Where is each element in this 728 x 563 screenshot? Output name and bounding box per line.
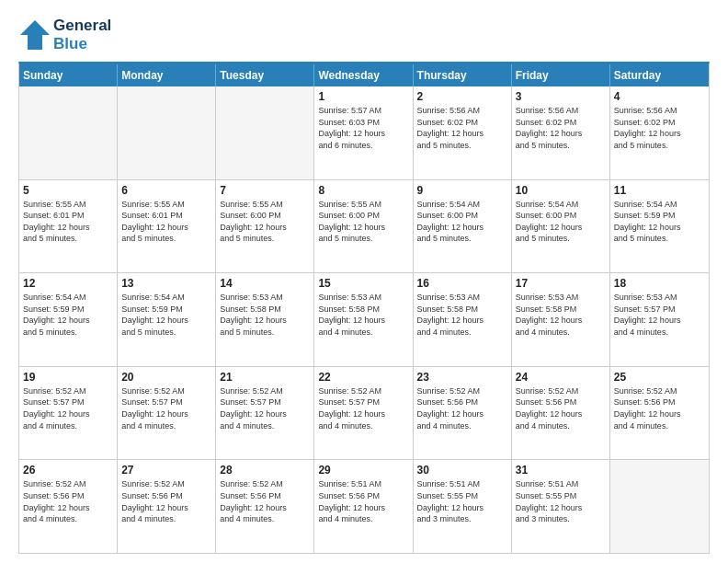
day-info: Sunrise: 5:54 AM Sunset: 5:59 PM Dayligh… [23, 292, 113, 338]
calendar-day-24: 24Sunrise: 5:52 AM Sunset: 5:56 PM Dayli… [512, 367, 610, 460]
calendar-day-4: 4Sunrise: 5:56 AM Sunset: 6:02 PM Daylig… [610, 86, 709, 179]
day-info: Sunrise: 5:53 AM Sunset: 5:58 PM Dayligh… [220, 292, 310, 338]
day-number: 14 [220, 277, 310, 290]
day-info: Sunrise: 5:55 AM Sunset: 6:01 PM Dayligh… [121, 199, 211, 245]
day-info: Sunrise: 5:53 AM Sunset: 5:58 PM Dayligh… [318, 292, 408, 338]
calendar-week-5: 26Sunrise: 5:52 AM Sunset: 5:56 PM Dayli… [19, 460, 709, 553]
day-number: 29 [318, 464, 408, 477]
day-info: Sunrise: 5:55 AM Sunset: 6:00 PM Dayligh… [318, 199, 408, 245]
calendar-day-8: 8Sunrise: 5:55 AM Sunset: 6:00 PM Daylig… [314, 180, 413, 273]
calendar-day-26: 26Sunrise: 5:52 AM Sunset: 5:56 PM Dayli… [19, 460, 118, 553]
calendar-week-4: 19Sunrise: 5:52 AM Sunset: 5:57 PM Dayli… [19, 367, 709, 461]
calendar-empty-cell [118, 86, 216, 179]
day-number: 26 [23, 464, 113, 477]
calendar-day-19: 19Sunrise: 5:52 AM Sunset: 5:57 PM Dayli… [19, 367, 118, 460]
calendar-day-17: 17Sunrise: 5:53 AM Sunset: 5:58 PM Dayli… [512, 273, 610, 366]
calendar-empty-cell [19, 86, 118, 179]
calendar-week-2: 5Sunrise: 5:55 AM Sunset: 6:01 PM Daylig… [19, 180, 709, 274]
weekday-header-tuesday: Tuesday [216, 64, 314, 86]
calendar-wrapper: SundayMondayTuesdayWednesdayThursdayFrid… [18, 62, 710, 554]
day-number: 25 [614, 371, 705, 384]
calendar-day-21: 21Sunrise: 5:52 AM Sunset: 5:57 PM Dayli… [216, 367, 314, 460]
day-info: Sunrise: 5:56 AM Sunset: 6:02 PM Dayligh… [516, 105, 606, 151]
calendar-day-12: 12Sunrise: 5:54 AM Sunset: 5:59 PM Dayli… [19, 273, 118, 366]
day-info: Sunrise: 5:52 AM Sunset: 5:57 PM Dayligh… [121, 385, 211, 431]
day-number: 7 [220, 184, 310, 197]
calendar-day-30: 30Sunrise: 5:51 AM Sunset: 5:55 PM Dayli… [414, 460, 512, 553]
day-info: Sunrise: 5:51 AM Sunset: 5:56 PM Dayligh… [318, 478, 408, 524]
day-number: 21 [220, 371, 310, 384]
calendar-empty-cell [216, 86, 314, 179]
day-info: Sunrise: 5:52 AM Sunset: 5:56 PM Dayligh… [516, 385, 606, 431]
calendar-empty-cell [610, 460, 709, 553]
calendar-day-25: 25Sunrise: 5:52 AM Sunset: 5:56 PM Dayli… [610, 367, 709, 460]
header: GeneralBlue [18, 17, 710, 52]
calendar-day-10: 10Sunrise: 5:54 AM Sunset: 6:00 PM Dayli… [512, 180, 610, 273]
day-number: 6 [121, 184, 211, 197]
calendar-day-13: 13Sunrise: 5:54 AM Sunset: 5:59 PM Dayli… [118, 273, 216, 366]
day-number: 9 [417, 184, 507, 197]
calendar-day-16: 16Sunrise: 5:53 AM Sunset: 5:58 PM Dayli… [414, 273, 512, 366]
day-number: 22 [318, 371, 408, 384]
day-info: Sunrise: 5:52 AM Sunset: 5:57 PM Dayligh… [23, 385, 113, 431]
day-number: 23 [417, 371, 507, 384]
day-info: Sunrise: 5:51 AM Sunset: 5:55 PM Dayligh… [417, 478, 507, 524]
calendar-day-9: 9Sunrise: 5:54 AM Sunset: 6:00 PM Daylig… [414, 180, 512, 273]
day-info: Sunrise: 5:52 AM Sunset: 5:56 PM Dayligh… [23, 478, 113, 524]
day-number: 28 [220, 464, 310, 477]
day-number: 18 [614, 277, 705, 290]
day-number: 20 [121, 371, 211, 384]
calendar-day-15: 15Sunrise: 5:53 AM Sunset: 5:58 PM Dayli… [314, 273, 413, 366]
calendar-day-27: 27Sunrise: 5:52 AM Sunset: 5:56 PM Dayli… [118, 460, 216, 553]
day-number: 4 [614, 90, 705, 103]
calendar-day-31: 31Sunrise: 5:51 AM Sunset: 5:55 PM Dayli… [512, 460, 610, 553]
calendar-day-20: 20Sunrise: 5:52 AM Sunset: 5:57 PM Dayli… [118, 367, 216, 460]
weekday-header-wednesday: Wednesday [314, 64, 413, 86]
day-info: Sunrise: 5:54 AM Sunset: 6:00 PM Dayligh… [516, 199, 606, 245]
calendar-day-29: 29Sunrise: 5:51 AM Sunset: 5:56 PM Dayli… [314, 460, 413, 553]
weekday-header-sunday: Sunday [19, 64, 118, 86]
day-number: 16 [417, 277, 507, 290]
day-number: 1 [318, 90, 408, 103]
day-info: Sunrise: 5:54 AM Sunset: 6:00 PM Dayligh… [417, 199, 507, 245]
calendar-day-2: 2Sunrise: 5:56 AM Sunset: 6:02 PM Daylig… [414, 86, 512, 179]
day-number: 30 [417, 464, 507, 477]
calendar-header: SundayMondayTuesdayWednesdayThursdayFrid… [19, 64, 709, 86]
calendar-day-11: 11Sunrise: 5:54 AM Sunset: 5:59 PM Dayli… [610, 180, 709, 273]
weekday-header-thursday: Thursday [414, 64, 512, 86]
day-info: Sunrise: 5:57 AM Sunset: 6:03 PM Dayligh… [318, 105, 408, 151]
calendar-day-6: 6Sunrise: 5:55 AM Sunset: 6:01 PM Daylig… [118, 180, 216, 273]
calendar-day-14: 14Sunrise: 5:53 AM Sunset: 5:58 PM Dayli… [216, 273, 314, 366]
page: GeneralBlue SundayMondayTuesdayWednesday… [0, 0, 728, 563]
calendar-day-28: 28Sunrise: 5:52 AM Sunset: 5:56 PM Dayli… [216, 460, 314, 553]
calendar-week-3: 12Sunrise: 5:54 AM Sunset: 5:59 PM Dayli… [19, 273, 709, 367]
day-number: 13 [121, 277, 211, 290]
day-info: Sunrise: 5:52 AM Sunset: 5:56 PM Dayligh… [614, 385, 705, 431]
day-info: Sunrise: 5:51 AM Sunset: 5:55 PM Dayligh… [516, 478, 606, 524]
weekday-header-monday: Monday [118, 64, 216, 86]
day-info: Sunrise: 5:54 AM Sunset: 5:59 PM Dayligh… [614, 199, 705, 245]
day-info: Sunrise: 5:55 AM Sunset: 6:01 PM Dayligh… [23, 199, 113, 245]
day-number: 15 [318, 277, 408, 290]
logo-icon [18, 18, 51, 52]
day-number: 24 [516, 371, 606, 384]
day-info: Sunrise: 5:52 AM Sunset: 5:56 PM Dayligh… [417, 385, 507, 431]
day-info: Sunrise: 5:56 AM Sunset: 6:02 PM Dayligh… [614, 105, 705, 151]
calendar-day-3: 3Sunrise: 5:56 AM Sunset: 6:02 PM Daylig… [512, 86, 610, 179]
calendar-day-5: 5Sunrise: 5:55 AM Sunset: 6:01 PM Daylig… [19, 180, 118, 273]
day-info: Sunrise: 5:53 AM Sunset: 5:57 PM Dayligh… [614, 292, 705, 338]
day-info: Sunrise: 5:52 AM Sunset: 5:57 PM Dayligh… [220, 385, 310, 431]
calendar-day-18: 18Sunrise: 5:53 AM Sunset: 5:57 PM Dayli… [610, 273, 709, 366]
day-number: 17 [516, 277, 606, 290]
day-info: Sunrise: 5:52 AM Sunset: 5:56 PM Dayligh… [121, 478, 211, 524]
day-number: 2 [417, 90, 507, 103]
day-info: Sunrise: 5:54 AM Sunset: 5:59 PM Dayligh… [121, 292, 211, 338]
day-info: Sunrise: 5:53 AM Sunset: 5:58 PM Dayligh… [516, 292, 606, 338]
day-number: 3 [516, 90, 606, 103]
day-info: Sunrise: 5:53 AM Sunset: 5:58 PM Dayligh… [417, 292, 507, 338]
day-number: 5 [23, 184, 113, 197]
day-info: Sunrise: 5:52 AM Sunset: 5:57 PM Dayligh… [318, 385, 408, 431]
calendar-day-23: 23Sunrise: 5:52 AM Sunset: 5:56 PM Dayli… [414, 367, 512, 460]
day-number: 31 [516, 464, 606, 477]
day-info: Sunrise: 5:55 AM Sunset: 6:00 PM Dayligh… [220, 199, 310, 245]
